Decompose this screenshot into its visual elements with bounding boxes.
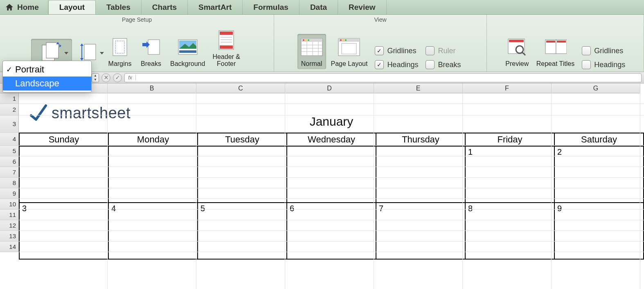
row-header[interactable]: 2 bbox=[0, 104, 19, 115]
row-header[interactable]: 3 bbox=[0, 115, 19, 133]
preview-button[interactable]: Preview bbox=[503, 34, 531, 69]
home-icon bbox=[6, 4, 13, 11]
preview-icon bbox=[506, 36, 529, 59]
background-icon bbox=[176, 36, 199, 59]
normal-view-icon bbox=[300, 36, 323, 59]
formula-input[interactable]: fx bbox=[124, 73, 642, 82]
chevron-down-icon bbox=[64, 52, 68, 54]
calendar-cell[interactable] bbox=[19, 146, 108, 203]
svg-rect-6 bbox=[113, 38, 127, 56]
col-headers: ABCDEFG bbox=[19, 84, 644, 93]
day-header: Sunday bbox=[19, 133, 108, 146]
breaks-icon bbox=[140, 36, 162, 59]
calendar-table: SundayMondayTuesdayWednesdayThursdayFrid… bbox=[19, 133, 644, 260]
normal-view-button[interactable]: Normal bbox=[297, 34, 326, 69]
check-print-gridlines[interactable]: Gridlines bbox=[582, 46, 625, 55]
formula-bar: ▲▼ ✕ ✓ fx bbox=[0, 72, 644, 84]
page-layout-button[interactable]: Page Layout bbox=[329, 34, 370, 69]
ribbon-body: Page Setup Margins bbox=[0, 15, 644, 72]
tab-home[interactable]: Home bbox=[0, 0, 48, 14]
svg-rect-16 bbox=[220, 45, 233, 49]
tab-review[interactable]: Review bbox=[338, 0, 386, 14]
check-gridlines[interactable]: ✓Gridlines bbox=[375, 46, 418, 55]
col-header[interactable]: G bbox=[552, 84, 640, 93]
print-checks: Gridlines Headings bbox=[579, 46, 628, 69]
svg-point-35 bbox=[345, 39, 347, 41]
header-footer-label: Header &Footer bbox=[212, 53, 240, 68]
tab-smartart[interactable]: SmartArt bbox=[188, 0, 243, 14]
row-header[interactable]: 9 bbox=[0, 188, 19, 199]
calendar-cell[interactable] bbox=[287, 146, 376, 203]
svg-rect-2 bbox=[84, 44, 96, 60]
calendar-cell[interactable] bbox=[376, 146, 465, 203]
svg-rect-15 bbox=[220, 32, 233, 35]
tab-formulas[interactable]: Formulas bbox=[243, 0, 299, 14]
row-header[interactable]: 11 bbox=[0, 210, 19, 220]
col-header[interactable]: B bbox=[108, 84, 196, 93]
svg-point-22 bbox=[303, 39, 304, 41]
margins-button[interactable]: Margins bbox=[106, 34, 134, 69]
repeat-titles-icon bbox=[544, 36, 567, 59]
calendar-cell[interactable]: 1 bbox=[465, 146, 554, 203]
repeat-titles-button[interactable]: Repeat Titles bbox=[534, 34, 577, 69]
col-header[interactable]: E bbox=[374, 84, 463, 93]
calendar-cell[interactable] bbox=[198, 146, 287, 203]
svg-rect-36 bbox=[342, 43, 356, 54]
col-header[interactable]: F bbox=[463, 84, 552, 93]
breaks-button[interactable]: Breaks bbox=[137, 34, 165, 69]
calendar-cell[interactable]: 6 bbox=[287, 203, 376, 259]
month-title: January bbox=[19, 115, 644, 129]
day-header: Thursday bbox=[376, 133, 465, 146]
accept-formula-button[interactable]: ✓ bbox=[113, 73, 122, 82]
tab-tables[interactable]: Tables bbox=[96, 0, 142, 14]
cancel-formula-button[interactable]: ✕ bbox=[101, 73, 110, 82]
orientation-portrait[interactable]: ✓ Portrait bbox=[3, 63, 91, 77]
col-header[interactable]: C bbox=[196, 84, 285, 93]
row-header[interactable]: 7 bbox=[0, 167, 19, 178]
row-header[interactable]: 8 bbox=[0, 178, 19, 188]
svg-marker-4 bbox=[80, 43, 83, 46]
row-header[interactable]: 13 bbox=[0, 231, 19, 242]
calendar-week: 3456789 bbox=[19, 203, 644, 259]
check-icon: ✓ bbox=[6, 65, 12, 74]
calendar-cell[interactable]: 7 bbox=[376, 203, 465, 259]
view-checks-col2: Ruler Breaks bbox=[423, 46, 463, 69]
check-headings[interactable]: ✓Headings bbox=[375, 60, 418, 69]
tab-data[interactable]: Data bbox=[299, 0, 338, 14]
col-header[interactable]: D bbox=[285, 84, 374, 93]
check-print-headings[interactable]: Headings bbox=[582, 60, 625, 69]
row-header[interactable]: 4 bbox=[0, 133, 19, 146]
group-print: Preview Repeat Titles Gridlines Headings bbox=[487, 15, 644, 72]
row-header[interactable]: 14 bbox=[0, 242, 19, 252]
namebox-stepper[interactable]: ▲▼ bbox=[92, 73, 99, 82]
check-ruler[interactable]: Ruler bbox=[426, 46, 461, 55]
svg-point-33 bbox=[340, 39, 342, 41]
background-button[interactable]: Background bbox=[168, 34, 207, 69]
tab-charts[interactable]: Charts bbox=[142, 0, 188, 14]
svg-rect-44 bbox=[557, 41, 566, 43]
calendar-cell[interactable]: 2 bbox=[554, 146, 644, 203]
row-header[interactable]: 5 bbox=[0, 146, 19, 156]
row-header[interactable]: 12 bbox=[0, 220, 19, 231]
calendar-cell[interactable]: 8 bbox=[465, 203, 554, 259]
calendar-cell[interactable]: 3 bbox=[19, 203, 108, 259]
calendar-cell[interactable]: 9 bbox=[554, 203, 644, 259]
day-header: Friday bbox=[465, 133, 554, 146]
svg-rect-1 bbox=[46, 43, 59, 58]
check-breaks[interactable]: Breaks bbox=[426, 60, 461, 69]
calendar-cell[interactable]: 4 bbox=[108, 203, 198, 259]
size-icon bbox=[77, 41, 100, 63]
chevron-down-icon bbox=[100, 52, 104, 54]
calendar-week: 12 bbox=[19, 146, 644, 203]
row-header[interactable]: 10 bbox=[0, 199, 19, 210]
cells-area[interactable]: smartsheet January SundayMondayTuesdayWe… bbox=[19, 93, 644, 289]
calendar-cell[interactable] bbox=[108, 146, 198, 203]
tab-layout[interactable]: Layout bbox=[48, 0, 96, 14]
row-header[interactable]: 6 bbox=[0, 156, 19, 167]
orientation-landscape[interactable]: Landscape bbox=[3, 77, 91, 90]
svg-rect-13 bbox=[179, 50, 196, 53]
header-footer-button[interactable]: Header &Footer bbox=[210, 27, 243, 69]
row-header[interactable]: 1 bbox=[0, 93, 19, 104]
calendar-cell[interactable]: 5 bbox=[198, 203, 287, 259]
day-header: Monday bbox=[108, 133, 198, 146]
